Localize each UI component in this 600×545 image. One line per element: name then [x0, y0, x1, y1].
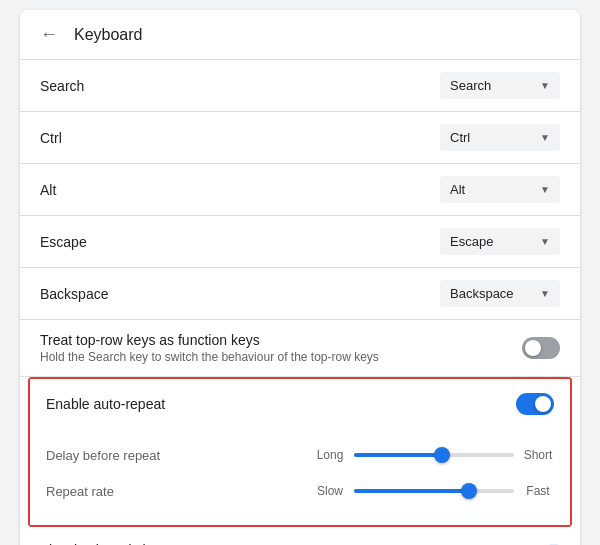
delay-slider-container: Long Short	[176, 445, 554, 465]
alt-label: Alt	[40, 182, 56, 198]
chevron-down-icon: ▼	[540, 80, 550, 91]
backspace-label: Backspace	[40, 286, 108, 302]
rate-fill	[354, 489, 469, 493]
auto-repeat-body: Delay before repeat Long Short Repeat ra…	[30, 429, 570, 525]
delay-short-label: Short	[522, 448, 554, 462]
chevron-down-icon: ▼	[540, 288, 550, 299]
toggle-thumb	[535, 396, 551, 412]
function-keys-row: Treat top-row keys as function keys Hold…	[20, 320, 580, 377]
rate-thumb	[461, 483, 477, 499]
delay-fill	[354, 453, 442, 457]
toggle-track-on[interactable]	[516, 393, 554, 415]
ctrl-label: Ctrl	[40, 130, 62, 146]
auto-repeat-toggle[interactable]	[516, 393, 554, 415]
external-link-icon: ⧉	[549, 541, 560, 545]
keyboard-rows: Search Search ▼ Ctrl Ctrl ▼ Alt Alt ▼ Es…	[20, 60, 580, 320]
rate-label: Repeat rate	[46, 484, 176, 499]
function-keys-text: Treat top-row keys as function keys Hold…	[40, 332, 522, 364]
auto-repeat-section: Enable auto-repeat Delay before repeat L…	[28, 377, 572, 527]
function-keys-toggle[interactable]	[522, 337, 560, 359]
rate-slider-container: Slow Fast	[176, 481, 554, 501]
function-keys-title: Treat top-row keys as function keys	[40, 332, 522, 348]
chevron-down-icon: ▼	[540, 236, 550, 247]
rate-slider[interactable]	[354, 481, 514, 501]
back-button[interactable]: ←	[40, 24, 58, 45]
toggle-track[interactable]	[522, 337, 560, 359]
auto-repeat-header: Enable auto-repeat	[30, 379, 570, 429]
auto-repeat-label: Enable auto-repeat	[46, 396, 165, 412]
rate-slow-label: Slow	[314, 484, 346, 498]
header: ← Keyboard	[20, 10, 580, 60]
delay-thumb	[434, 447, 450, 463]
ctrl-dropdown[interactable]: Ctrl ▼	[440, 124, 560, 151]
toggle-thumb	[525, 340, 541, 356]
function-keys-subtitle: Hold the Search key to switch the behavi…	[40, 350, 522, 364]
escape-label: Escape	[40, 234, 87, 250]
search-row: Search Search ▼	[20, 60, 580, 112]
ctrl-row: Ctrl Ctrl ▼	[20, 112, 580, 164]
keyboard-shortcuts-row[interactable]: View keyboard shortcuts ⧉	[20, 527, 580, 545]
alt-row: Alt Alt ▼	[20, 164, 580, 216]
rate-track	[354, 489, 514, 493]
delay-slider[interactable]	[354, 445, 514, 465]
escape-dropdown[interactable]: Escape ▼	[440, 228, 560, 255]
page-title: Keyboard	[74, 26, 143, 44]
delay-long-label: Long	[314, 448, 346, 462]
escape-row: Escape Escape ▼	[20, 216, 580, 268]
delay-track	[354, 453, 514, 457]
rate-fast-label: Fast	[522, 484, 554, 498]
backspace-row: Backspace Backspace ▼	[20, 268, 580, 320]
delay-label: Delay before repeat	[46, 448, 176, 463]
alt-dropdown[interactable]: Alt ▼	[440, 176, 560, 203]
search-dropdown[interactable]: Search ▼	[440, 72, 560, 99]
backspace-dropdown[interactable]: Backspace ▼	[440, 280, 560, 307]
rate-row: Repeat rate Slow Fast	[46, 473, 554, 509]
settings-card: ← Keyboard Search Search ▼ Ctrl Ctrl ▼ A…	[20, 10, 580, 545]
chevron-down-icon: ▼	[540, 184, 550, 195]
chevron-down-icon: ▼	[540, 132, 550, 143]
search-label: Search	[40, 78, 84, 94]
delay-row: Delay before repeat Long Short	[46, 437, 554, 473]
